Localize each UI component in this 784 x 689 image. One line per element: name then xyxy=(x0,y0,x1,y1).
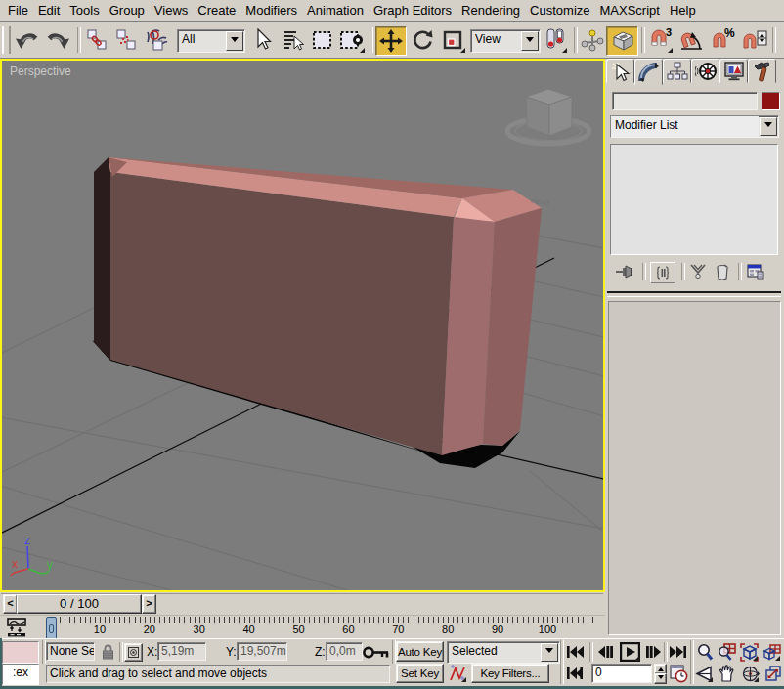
field-of-view-button[interactable] xyxy=(694,664,714,683)
tab-display[interactable] xyxy=(719,59,748,83)
bind-to-space-warp-button[interactable] xyxy=(143,26,170,54)
maximize-viewport-toggle[interactable] xyxy=(763,664,783,683)
select-and-scale-button[interactable] xyxy=(439,26,466,54)
reference-coordinate-combo[interactable]: View xyxy=(470,29,541,53)
previous-frame-step-button[interactable] xyxy=(595,643,615,661)
undo-button[interactable] xyxy=(14,26,41,54)
timeline-tick xyxy=(364,617,365,623)
modifier-list-dropdown[interactable]: Modifier List xyxy=(610,115,779,138)
frame-spinner[interactable] xyxy=(654,664,665,683)
tab-utilities[interactable] xyxy=(748,59,776,83)
toolbar-grip[interactable] xyxy=(2,26,11,54)
viewport-label[interactable]: Perspective xyxy=(10,65,71,78)
reference-coordinate-arrow[interactable] xyxy=(521,31,539,51)
y-coordinate-field[interactable]: 19,507m xyxy=(237,642,287,661)
maxscript-listener-macro-line[interactable] xyxy=(2,641,39,664)
tab-hierarchy[interactable] xyxy=(663,59,691,83)
select-and-manipulate-button[interactable] xyxy=(580,26,605,54)
menu-edit[interactable]: Edit xyxy=(33,1,65,21)
time-configuration-button[interactable] xyxy=(669,664,688,683)
modifier-list-arrow[interactable] xyxy=(760,117,777,136)
timeline-tick xyxy=(288,617,289,623)
play-animation-button[interactable] xyxy=(620,642,640,662)
selection-filter-combo[interactable]: All xyxy=(177,29,245,53)
window-crossing-button[interactable] xyxy=(338,26,366,54)
undo-icon xyxy=(15,28,40,52)
select-and-move-button[interactable] xyxy=(375,26,407,56)
key-selection-combo[interactable]: Selected xyxy=(447,641,560,664)
menu-file[interactable]: File xyxy=(3,1,33,21)
zoom-extents-button[interactable] xyxy=(740,642,759,662)
pan-view-button[interactable] xyxy=(717,664,736,683)
select-by-name-button[interactable] xyxy=(280,26,307,54)
redo-button[interactable] xyxy=(44,26,71,54)
remove-modifier-button[interactable] xyxy=(713,262,732,281)
zoom-extents-all-button[interactable] xyxy=(762,642,781,662)
next-frame-step-button[interactable] xyxy=(643,643,663,661)
timeline-tick xyxy=(483,617,484,623)
menu-animation[interactable]: Animation xyxy=(302,1,369,21)
key-selection-arrow[interactable] xyxy=(541,643,558,662)
current-frame-field[interactable]: 0 xyxy=(591,664,652,683)
spinner-snap-toggle-button[interactable] xyxy=(740,26,768,54)
angle-snap-toggle-icon xyxy=(678,27,706,53)
select-and-rotate-button[interactable] xyxy=(408,26,437,54)
angle-snap-toggle-button[interactable] xyxy=(677,26,707,54)
key-filters-button[interactable]: Key Filters... xyxy=(471,664,549,683)
arc-rotate-button[interactable] xyxy=(740,664,760,683)
timeline-tick xyxy=(174,617,175,623)
perspective-viewport[interactable]: FRONT x y z Perspective xyxy=(0,59,605,592)
absolute-mode-transform-type-in[interactable] xyxy=(124,643,143,662)
menu-modifiers[interactable]: Modifiers xyxy=(240,1,302,21)
go-to-start-button[interactable] xyxy=(565,643,585,661)
open-mini-curve-editor-button[interactable] xyxy=(6,618,35,637)
menu-maxscript[interactable]: MAXScript xyxy=(595,1,665,21)
selection-lock-toggle[interactable] xyxy=(100,643,115,661)
menu-graph-editors[interactable]: Graph Editors xyxy=(369,1,457,21)
spinner-down-button[interactable] xyxy=(654,673,667,684)
menu-tools[interactable]: Tools xyxy=(65,1,104,21)
menu-customize[interactable]: Customize xyxy=(525,1,594,21)
key-mode-toggle-button[interactable] xyxy=(565,665,585,682)
timeline-tick xyxy=(552,617,553,623)
time-slider-handle[interactable]: 0 / 100 xyxy=(17,594,142,614)
menu-help[interactable]: Help xyxy=(665,1,701,21)
select-and-link-button[interactable] xyxy=(83,26,110,54)
make-unique-button[interactable] xyxy=(688,262,708,281)
configure-modifier-sets-button[interactable] xyxy=(746,262,765,281)
previous-frame-button[interactable]: < xyxy=(3,594,18,614)
set-key-button[interactable]: Set Key xyxy=(396,664,444,683)
zoom-button[interactable] xyxy=(695,642,714,662)
next-frame-button[interactable]: > xyxy=(142,594,156,614)
menu-views[interactable]: Views xyxy=(150,1,193,21)
use-pivot-point-center-button[interactable] xyxy=(543,26,568,54)
select-object-button[interactable] xyxy=(248,26,276,54)
maxscript-mini-listener[interactable]: :ex xyxy=(2,664,39,685)
pin-stack-button[interactable] xyxy=(615,262,634,281)
keyboard-shortcut-override-button[interactable] xyxy=(606,26,638,56)
percent-snap-toggle-button[interactable]: % xyxy=(709,26,737,54)
selection-filter-arrow[interactable] xyxy=(226,31,243,51)
auto-key-button[interactable]: Auto Key xyxy=(396,641,444,662)
object-color-swatch[interactable] xyxy=(762,92,780,110)
rectangular-selection-region-button[interactable] xyxy=(309,26,336,54)
tab-modify[interactable] xyxy=(634,59,663,85)
menu-rendering[interactable]: Rendering xyxy=(457,1,525,21)
unlink-selection-button[interactable] xyxy=(112,26,140,54)
timeline-current-frame-handle[interactable] xyxy=(46,617,57,640)
tab-motion[interactable] xyxy=(691,59,719,83)
menu-group[interactable]: Group xyxy=(105,1,150,21)
x-coordinate-field[interactable]: 5,19m xyxy=(157,642,206,661)
show-end-result-button[interactable] xyxy=(650,262,675,283)
transform-gizmo-key-toggle[interactable] xyxy=(363,643,389,661)
object-name-field[interactable] xyxy=(612,92,758,110)
zoom-all-button[interactable] xyxy=(718,642,736,662)
go-to-end-button[interactable] xyxy=(668,643,687,661)
menu-create[interactable]: Create xyxy=(193,1,240,21)
track-bar[interactable]: 0102030405060708090100 xyxy=(0,615,605,639)
snaps-toggle-button[interactable]: 3 xyxy=(646,26,674,54)
tab-create[interactable] xyxy=(606,59,634,83)
default-key-tangent-button[interactable] xyxy=(448,664,467,683)
modifier-stack-list[interactable] xyxy=(610,144,778,255)
z-coordinate-field[interactable]: 0,0m xyxy=(326,642,363,661)
